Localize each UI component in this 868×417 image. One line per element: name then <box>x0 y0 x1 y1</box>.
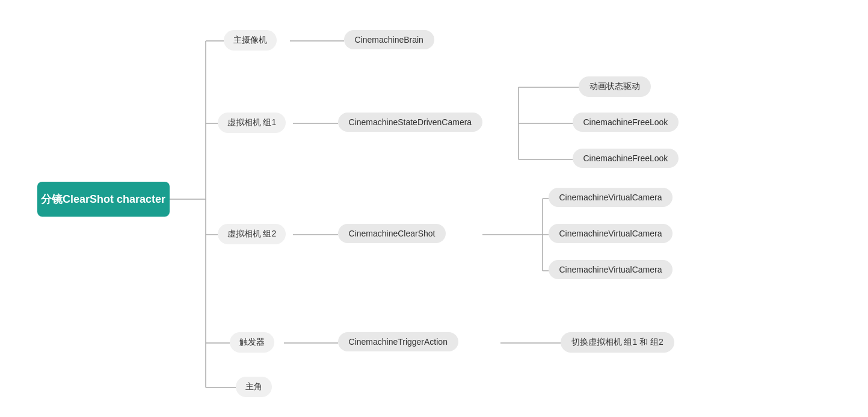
node-virtual-camera-1: CinemachineVirtualCamera <box>549 188 673 207</box>
node-hero: 主角 <box>236 377 272 397</box>
node-virtual-group2: 虚拟相机 组2 <box>218 224 286 244</box>
node-state-driven-camera: CinemachineStateDrivenCamera <box>338 113 483 132</box>
mind-map-diagram: 分镜ClearShot character 主摄像机 虚拟相机 组1 虚拟相机 … <box>19 7 849 410</box>
root-node: 分镜ClearShot character <box>37 182 170 217</box>
node-cinemachine-brain: CinemachineBrain <box>344 30 434 49</box>
node-switch-groups: 切换虚拟相机 组1 和 组2 <box>561 332 674 353</box>
node-virtual-camera-2: CinemachineVirtualCamera <box>549 224 673 243</box>
node-trigger: 触发器 <box>230 332 274 353</box>
node-virtual-camera-3: CinemachineVirtualCamera <box>549 260 673 279</box>
node-virtual-group1: 虚拟相机 组1 <box>218 113 286 133</box>
node-trigger-action: CinemachineTriggerAction <box>338 332 458 351</box>
node-anim-state-driver: 动画状态驱动 <box>579 76 651 97</box>
node-freelook-2: CinemachineFreeLook <box>573 149 679 168</box>
node-main-camera: 主摄像机 <box>224 30 277 51</box>
node-clearshot: CinemachineClearShot <box>338 224 446 243</box>
node-freelook-1: CinemachineFreeLook <box>573 113 679 132</box>
